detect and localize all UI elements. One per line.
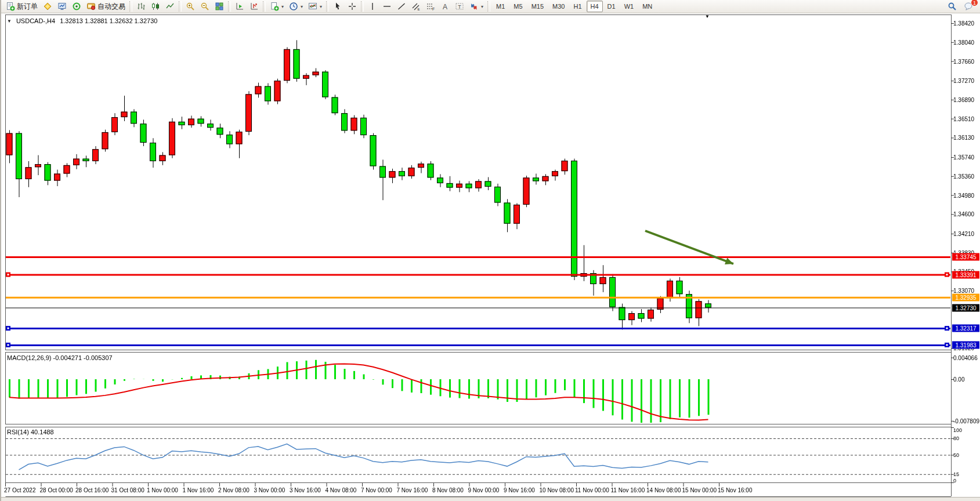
text-label-button[interactable]: T <box>453 1 467 12</box>
toolbar-separator <box>263 1 266 12</box>
time-axis-label: 1 Nov 16:00 <box>183 487 214 493</box>
line-chart-button[interactable] <box>163 1 177 12</box>
price-axis-tick: 1.35740 <box>953 154 974 161</box>
rsi-axis-tick: 0 <box>953 478 956 484</box>
svg-text:T: T <box>458 4 461 10</box>
signals-button[interactable] <box>70 1 84 12</box>
mt4-window: 新订单自动交易▾▾▾EFAT▾M1M5M15M30H1H4D1W1MN1 ▼ U… <box>0 0 980 501</box>
zoom-out-button[interactable] <box>198 1 212 12</box>
price-axis-tick: 1.36890 <box>953 96 974 103</box>
signal-icon <box>72 2 81 11</box>
time-axis-label: 31 Oct 08:00 <box>111 487 144 493</box>
rsi-indicator-label: RSI(14) 40.1488 <box>7 429 54 435</box>
chart-window-button[interactable] <box>55 1 69 12</box>
timeframe-w1-button[interactable]: W1 <box>620 1 638 12</box>
time-axis-label: 9 Nov 16:00 <box>504 487 535 493</box>
price-axis-tick: 1.34980 <box>953 192 974 198</box>
chart-preview-icon <box>308 2 317 11</box>
svg-text:F: F <box>432 7 435 11</box>
bar-chart-button[interactable] <box>134 1 148 12</box>
macd-indicator-label: MACD(12,26,9) -0.004271 -0.005307 <box>7 354 113 361</box>
chevron-down-icon: ▾ <box>281 4 284 9</box>
chevron-down-icon: ▾ <box>301 4 303 9</box>
vline-icon <box>368 2 377 11</box>
time-axis-label: 11 Nov 00:00 <box>575 487 609 493</box>
templates-button[interactable]: ▾ <box>306 1 324 12</box>
candlestick-chart-button[interactable] <box>149 1 162 12</box>
time-axis-label: 7 Nov 16:00 <box>397 487 428 493</box>
timeframe-m30-button[interactable]: M30 <box>548 1 569 12</box>
cursor-icon <box>333 2 342 11</box>
candles-icon <box>151 2 160 11</box>
svg-text:A: A <box>443 3 447 11</box>
price-axis-tick: 1.38040 <box>953 39 974 45</box>
macd-axis-tick: 0.00 <box>953 376 964 383</box>
fibo-icon: F <box>426 2 435 11</box>
window-bottom-border <box>1 497 980 501</box>
trendline-button[interactable] <box>395 1 408 12</box>
chevron-down-icon: ▾ <box>320 4 322 9</box>
market-watch-button[interactable] <box>41 1 55 12</box>
time-axis-label: 3 Nov 16:00 <box>290 487 321 493</box>
trendline-icon <box>397 2 406 11</box>
timeframe-d1-button[interactable]: D1 <box>603 1 620 12</box>
time-axis-label: 27 Oct 2022 <box>4 487 35 493</box>
zoom-in-button[interactable] <box>183 1 197 12</box>
rsi-axis-tick: 100 <box>953 427 962 433</box>
timeframe-m5-button[interactable]: M5 <box>509 1 526 12</box>
zoom-out-icon <box>200 2 209 11</box>
chart-shift-button[interactable] <box>247 1 261 12</box>
arrows-button[interactable]: ▾ <box>467 1 486 12</box>
search-icon <box>948 2 957 11</box>
price-axis-tick: 1.34600 <box>953 211 974 217</box>
vertical-line-button[interactable] <box>366 1 379 12</box>
new-chart-button[interactable]: ▾ <box>267 1 286 12</box>
price-axis-tick: 1.38420 <box>953 20 974 27</box>
chart-canvas[interactable] <box>1 13 980 497</box>
tile-windows-button[interactable] <box>212 1 226 12</box>
time-axis-label: 10 Nov 08:00 <box>540 487 574 493</box>
toolbar-separator <box>179 1 182 12</box>
timeframe-h4-button[interactable]: H4 <box>587 1 603 12</box>
price-axis-tick: 1.37270 <box>953 78 974 84</box>
price-axis-tick: 1.33070 <box>953 288 974 294</box>
timeframe-m1-button[interactable]: M1 <box>492 1 509 12</box>
period-button[interactable]: ▾ <box>287 1 305 12</box>
search-button[interactable] <box>945 1 959 12</box>
fibonacci-button[interactable]: F <box>424 1 437 12</box>
chart-play-green-icon <box>235 2 244 11</box>
macd-axis-tick: 0.004066 <box>953 354 978 361</box>
autotrading-button[interactable]: 自动交易 <box>84 1 128 12</box>
price-axis-tick: 1.36510 <box>953 115 974 122</box>
chart-title-collapse-icon[interactable]: ▼ <box>7 19 12 24</box>
crosshair-icon <box>348 2 357 11</box>
time-axis-label: 3 Nov 00:00 <box>254 487 285 493</box>
channel-button[interactable]: E <box>409 1 423 12</box>
time-axis-label: 4 Nov 08:00 <box>326 487 357 493</box>
support-line-upper-badge: 1.32317 <box>952 325 979 332</box>
gem-icon <box>43 2 52 11</box>
textbox-icon: T <box>455 2 464 11</box>
autotrading-icon <box>86 2 96 11</box>
toolbar-separator <box>228 1 231 12</box>
toolbar-separator <box>129 1 132 12</box>
timeframe-h1-button[interactable]: H1 <box>569 1 585 12</box>
chart-play-red-icon <box>249 2 259 11</box>
timeframe-m15-button[interactable]: M15 <box>527 1 548 12</box>
crosshair-button[interactable] <box>345 1 359 12</box>
arrows-tool-icon <box>469 2 479 11</box>
text-button[interactable]: A <box>438 1 452 12</box>
support-line-lower-badge: 1.31983 <box>952 341 979 348</box>
new-order-button[interactable]: 新订单 <box>3 1 40 12</box>
notifications-button[interactable]: 1 <box>961 1 975 12</box>
time-axis-label: 28 Oct 00:00 <box>40 487 73 493</box>
time-axis-label: 14 Nov 08:00 <box>646 487 681 493</box>
timeframe-mn-button[interactable]: MN <box>638 1 656 12</box>
horizontal-line-button[interactable] <box>380 1 394 12</box>
tiles-icon <box>215 2 224 11</box>
cursor-button[interactable] <box>331 1 345 12</box>
price-axis-tick: 1.34210 <box>953 230 974 237</box>
zoom-in-icon <box>186 2 195 11</box>
auto-scroll-button[interactable] <box>233 1 247 12</box>
current-price-line-badge: 1.32730 <box>952 304 979 311</box>
